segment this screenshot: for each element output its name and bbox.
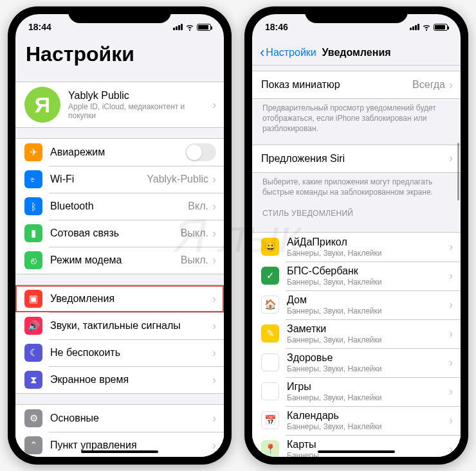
sounds-icon: 🔊 (24, 317, 42, 335)
app-name: АйДаПрикол (287, 236, 449, 248)
settings-row-Экранное время[interactable]: ⧗Экранное время› (15, 366, 224, 393)
row-label: Bluetooth (50, 200, 188, 212)
chevron-right-icon: › (212, 319, 216, 333)
siri-footer: Выберите, какие приложения могут предлаг… (252, 173, 461, 197)
app-row-Календарь[interactable]: 📅КалендарьБаннеры, Звуки, Наклейки› (252, 406, 461, 435)
chevron-right-icon: › (212, 227, 216, 240)
row-label: Авиарежим (50, 147, 185, 158)
row-label: Экранное время (50, 374, 212, 386)
settings-row-Сотовая связь[interactable]: ▮Сотовая связьВыкл.› (15, 220, 224, 247)
bluetooth-icon: ᛒ (24, 197, 42, 215)
chevron-right-icon: › (212, 439, 216, 452)
app-row-Игры[interactable]: ✦ИгрыБаннеры, Звуки, Наклейки› (252, 377, 461, 406)
scrollbar-thumb[interactable] (457, 143, 459, 200)
row-label: Wi-Fi (50, 173, 147, 185)
app-row-Карты[interactable]: 📍КартыБаннеры› (252, 435, 461, 457)
app-row-Здоровье[interactable]: ♥ЗдоровьеБаннеры, Звуки, Наклейки› (252, 348, 461, 377)
general-icon: ⚙ (24, 409, 42, 427)
app-icon: 📍 (261, 440, 279, 457)
row-label: Основные (50, 413, 212, 424)
app-sub: Баннеры, Звуки, Наклейки (287, 335, 449, 344)
chevron-right-icon: › (449, 78, 453, 92)
app-name: Календарь (287, 410, 449, 422)
app-sub: Баннеры, Звуки, Наклейки (287, 307, 449, 315)
content-right[interactable]: Показ миниатюр Всегда › Предварительный … (252, 66, 461, 457)
settings-row-Wi-Fi[interactable]: ᯤWi-FiYablyk-Public› (15, 166, 224, 193)
chevron-right-icon: › (212, 173, 216, 186)
app-icon: ✓ (261, 267, 279, 285)
settings-row-Режим модема[interactable]: ⎋Режим модемаВыкл.› (15, 247, 224, 274)
dnd-icon: ☾ (24, 344, 42, 362)
chevron-right-icon: › (212, 254, 216, 267)
preview-footer: Предварительный просмотр уведомлений буд… (252, 99, 461, 134)
nav-title: Уведомления (322, 47, 390, 58)
content-left: Настройки Я Yablyk Public Apple ID, iClo… (15, 40, 224, 457)
home-indicator[interactable] (318, 450, 395, 453)
screen-right: 18:46 ‹ Настройки Уведомления Показ мини… (252, 14, 461, 457)
home-indicator[interactable] (81, 450, 158, 453)
app-row-Дом[interactable]: 🏠ДомБаннеры, Звуки, Наклейки› (252, 290, 461, 319)
chevron-right-icon: › (212, 98, 216, 112)
screen-left: 18:44 Настройки Я Yablyk Public Apple ID… (15, 14, 224, 457)
app-row-БПС-Сбербанк[interactable]: ✓БПС-СбербанкБаннеры, Звуки, Наклейки› (252, 262, 461, 290)
settings-row-Звуки, тактильные сигналы[interactable]: 🔊Звуки, тактильные сигналы› (15, 312, 224, 339)
airplane-icon: ✈ (24, 143, 42, 161)
settings-row-Авиарежим[interactable]: ✈Авиарежим (15, 139, 224, 166)
row-label: Не беспокоить (50, 347, 212, 359)
back-button[interactable]: ‹ Настройки (260, 44, 316, 61)
app-name: БПС-Сбербанк (287, 265, 449, 277)
back-label: Настройки (266, 47, 316, 58)
row-detail: Выкл. (181, 254, 208, 266)
settings-row-Уведомления[interactable]: ▣Уведомления› (15, 285, 224, 312)
app-row-АйДаПрикол[interactable]: 😀АйДаПриколБаннеры, Звуки, Наклейки› (252, 233, 461, 262)
chevron-right-icon: › (212, 373, 216, 387)
chevron-right-icon: › (449, 327, 453, 341)
signal-icon (173, 24, 183, 30)
row-label: Сотовая связь (50, 227, 181, 239)
settings-row-Не беспокоить[interactable]: ☾Не беспокоить› (15, 339, 224, 366)
phone-left: 18:44 Настройки Я Yablyk Public Apple ID… (8, 6, 232, 465)
hotspot-icon: ⎋ (24, 251, 42, 269)
wifi-icon (185, 22, 194, 31)
app-row-Заметки[interactable]: ✎ЗаметкиБаннеры, Звуки, Наклейки› (252, 319, 461, 348)
wifi-icon (422, 22, 431, 31)
battery-icon (197, 24, 211, 31)
app-icon: 😀 (261, 238, 279, 256)
app-name: Здоровье (287, 352, 449, 364)
chevron-right-icon: › (449, 298, 453, 312)
row-label: Режим модема (50, 254, 181, 266)
app-name: Заметки (287, 323, 449, 335)
screentime-icon: ⧗ (24, 371, 42, 389)
chevron-right-icon: › (212, 292, 216, 306)
app-name: Карты (287, 439, 449, 450)
siri-row[interactable]: Предложения Siri › (252, 145, 461, 172)
apple-id-row[interactable]: Я Yablyk Public Apple ID, iCloud, медиак… (15, 82, 224, 127)
page-title: Настройки (15, 40, 224, 71)
cellular-icon: ▮ (24, 224, 42, 242)
battery-icon (434, 24, 448, 31)
settings-row-Пункт управления[interactable]: ⌃Пункт управления› (15, 432, 224, 457)
phone-right: 18:46 ‹ Настройки Уведомления Показ мини… (244, 6, 468, 465)
wifi-icon: ᯤ (24, 170, 42, 188)
preview-row[interactable]: Показ миниатюр Всегда › (252, 71, 461, 98)
notification-icon: ▣ (24, 290, 42, 308)
chevron-right-icon: › (449, 414, 453, 427)
status-time: 18:44 (28, 22, 51, 32)
app-icon: ✎ (261, 324, 279, 342)
settings-row-Bluetooth[interactable]: ᛒBluetoothВкл.› (15, 193, 224, 220)
notch (68, 6, 171, 23)
chevron-right-icon: › (449, 269, 453, 283)
chevron-right-icon: › (449, 240, 453, 254)
status-time: 18:46 (265, 22, 288, 32)
preview-value: Всегда (412, 79, 445, 91)
settings-row-Основные[interactable]: ⚙Основные› (15, 405, 224, 432)
app-sub: Баннеры, Звуки, Наклейки (287, 278, 449, 287)
chevron-right-icon: › (212, 346, 216, 360)
row-label: Пункт управления (50, 440, 212, 451)
chevron-right-icon: › (449, 385, 453, 398)
app-sub: Баннеры, Звуки, Наклейки (287, 364, 449, 373)
row-detail: Yablyk-Public (147, 173, 208, 185)
toggle[interactable] (185, 143, 216, 161)
siri-label: Предложения Siri (261, 153, 449, 164)
profile-avatar: Я (24, 87, 60, 123)
